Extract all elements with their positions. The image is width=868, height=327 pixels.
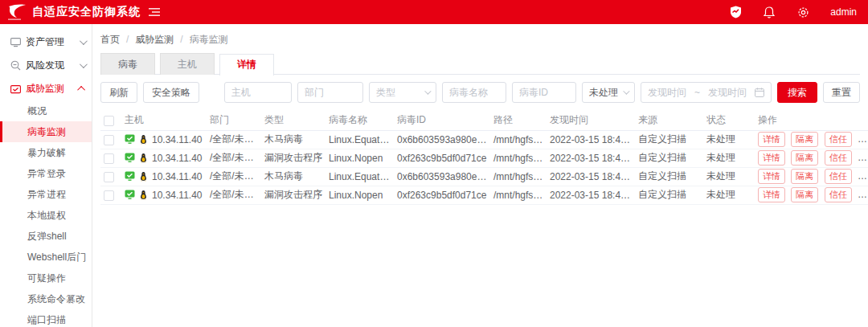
dept-cell: /全部/未分组 [207,186,261,204]
trust-button[interactable]: 信任 [825,169,852,184]
status-select-value: 未处理 [589,86,623,100]
sidebar-item-webshell[interactable]: Webshell后门 [0,247,92,268]
reset-button[interactable]: 重置 [823,82,860,103]
tab-details[interactable]: 详情 [219,54,274,76]
col-header-time: 发现时间 [547,111,635,130]
status-cell: 未处理 [703,130,755,149]
sidebar-item-port-scan[interactable]: 端口扫描 [0,309,92,327]
select-all-checkbox[interactable] [104,116,114,126]
delete-button[interactable]: 删除 [858,132,868,147]
source-cell: 自定义扫描 [635,149,703,167]
row-checkbox[interactable] [104,153,114,164]
sidebar-group-risk[interactable]: 风险发现 [0,54,92,77]
breadcrumb-home[interactable]: 首页 [100,33,120,47]
app-title: 自适应安全防御系统 [32,5,141,19]
sidebar-item-virus-monitor[interactable]: 病毒监测 [0,121,92,142]
dept-cell: /全部/未分组 [207,149,261,167]
sidebar-group-label: 风险发现 [26,59,80,72]
trust-button[interactable]: 信任 [825,132,852,147]
host-ip: 10.34.11.40 [152,153,203,164]
col-header-status: 状态 [703,111,755,130]
breadcrumb-current: 病毒监测 [190,33,228,47]
virus-name-cell: Linux.Nopen [326,186,394,204]
isolate-button[interactable]: 隔离 [791,169,818,184]
detail-button[interactable]: 详情 [758,132,785,147]
host-filter-input[interactable] [224,82,292,103]
virus-name-filter-input[interactable] [442,82,506,103]
host-ip: 10.34.11.40 [152,171,203,182]
dept-cell: /全部/未分组 [207,130,261,149]
tab-virus[interactable]: 病毒 [100,53,155,75]
delete-button[interactable]: 删除 [858,150,868,166]
sidebar-item-suspicious-ops[interactable]: 可疑操作 [0,268,92,288]
shield-status-icon[interactable] [729,6,742,18]
path-cell: /mnt/hgfs/... [490,149,547,167]
date-range-separator: ~ [694,87,700,98]
col-header-path: 路径 [490,111,547,130]
sidebar-item-overview[interactable]: 概况 [0,100,92,121]
isolate-button[interactable]: 隔离 [791,150,818,166]
bell-icon[interactable] [763,6,776,18]
logo-swoosh-icon [6,3,27,21]
isolate-button[interactable]: 隔离 [791,187,818,202]
path-cell: /mnt/hgfs/... [490,167,547,186]
trust-button[interactable]: 信任 [825,187,852,202]
sidebar-group-threat[interactable]: 威胁监测 [0,77,92,100]
table-row: 10.34.11.40 /全部/未分组 漏洞攻击程序 Linux.Nopen 0… [100,149,868,167]
search-button[interactable]: 搜索 [777,82,817,103]
dept-filter-input[interactable] [297,82,363,103]
user-menu[interactable]: admin [830,6,857,18]
app-logo: 自适应安全防御系统 [6,3,141,21]
discover-time-range-picker[interactable]: 发现时间 ~ 发现时间 [641,82,772,103]
sidebar-group-label: 资产管理 [26,35,80,49]
sidebar-item-cmd-tamper[interactable]: 系统命令篡改 [0,288,92,309]
tab-bar: 病毒 主机 详情 [100,53,860,75]
status-cell: 未处理 [703,149,755,167]
breadcrumb-separator: / [126,34,129,45]
breadcrumb-threat[interactable]: 威胁监测 [135,33,174,47]
col-header-virus-name: 病毒名称 [326,111,394,130]
agent-online-icon [125,153,135,163]
refresh-button[interactable]: 刷新 [100,82,137,103]
security-policy-button[interactable]: 安全策略 [143,82,199,103]
sidebar-item-abnormal-login[interactable]: 异常登录 [0,163,92,184]
sidebar-collapse-icon[interactable] [149,7,160,17]
sidebar-item-local-privilege[interactable]: 本地提权 [0,205,92,226]
tab-host[interactable]: 主机 [160,53,215,75]
source-cell: 自定义扫描 [635,167,703,186]
virus-id-cell: 0xf263c9b5df0d71ce [394,186,490,204]
isolate-button[interactable]: 隔离 [791,132,818,147]
delete-button[interactable]: 删除 [858,187,868,202]
virus-table: 主机 部门 类型 病毒名称 病毒ID 路径 发现时间 来源 状态 操作 [100,111,868,205]
discover-time-cell: 2022-03-15 18:48:16 [547,130,635,149]
type-filter-select[interactable]: 类型 [369,82,436,103]
virus-name-cell: Linux.Nopen [326,149,394,167]
sidebar-item-abnormal-process[interactable]: 异常进程 [0,184,92,205]
main-content: 首页 / 威胁监测 / 病毒监测 病毒 主机 详情 刷新 安全策略 类型 未处理 [92,24,868,327]
sidebar-group-assets[interactable]: 资产管理 [0,31,92,54]
host-ip: 10.34.11.40 [152,134,203,145]
sidebar-item-bruteforce[interactable]: 暴力破解 [0,142,92,163]
delete-button[interactable]: 删除 [858,169,868,184]
calendar-icon [755,88,764,97]
table-row: 10.34.11.40 /全部/未分组 漏洞攻击程序 Linux.Nopen 0… [100,186,868,204]
detail-button[interactable]: 详情 [758,150,785,166]
sidebar-submenu-threat: 概况 病毒监测 暴力破解 异常登录 异常进程 本地提权 反弹shell Webs… [0,100,92,327]
row-checkbox[interactable] [104,135,114,145]
detail-button[interactable]: 详情 [758,187,785,202]
status-filter-select[interactable]: 未处理 [582,82,635,103]
linux-icon [138,171,149,182]
source-cell: 自定义扫描 [635,186,703,204]
trust-button[interactable]: 信任 [825,150,852,166]
gear-icon[interactable] [796,6,809,18]
virus-id-filter-input[interactable] [512,82,576,103]
col-header-dept: 部门 [207,111,261,130]
row-checkbox[interactable] [104,172,114,182]
linux-icon [138,134,149,145]
sidebar-item-reverse-shell[interactable]: 反弹shell [0,226,92,247]
threat-icon [10,84,21,95]
row-checkbox[interactable] [104,190,114,201]
sidebar-group-label: 威胁监测 [26,82,80,96]
detail-button[interactable]: 详情 [758,169,785,184]
discover-time-cell: 2022-03-15 18:48:16 [547,149,635,167]
